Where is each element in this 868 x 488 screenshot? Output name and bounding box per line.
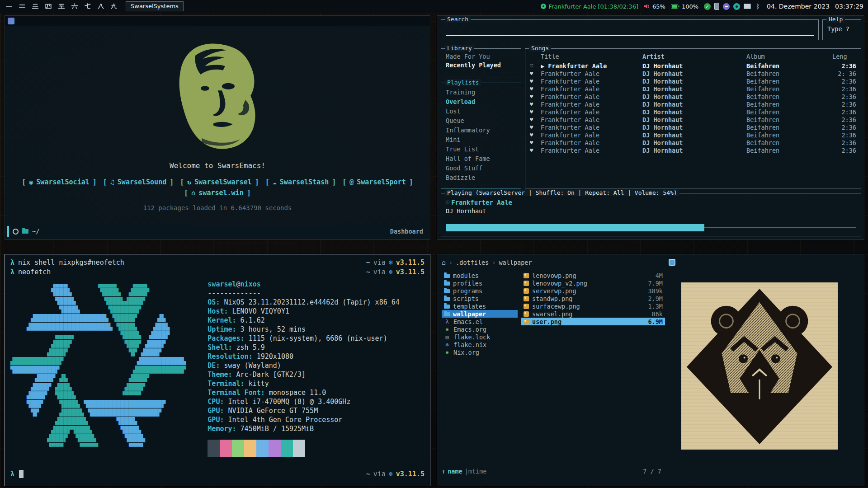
clock-date[interactable]: 04. Dezember 2023 — [767, 3, 830, 10]
playlist-item[interactable]: Queue — [446, 116, 516, 126]
tray-icon[interactable] — [733, 3, 740, 10]
song-row[interactable]: ♥ Frankfurter Aale DJ Hornhaut Beifahren… — [525, 101, 861, 108]
directory-row[interactable]: flake.lock — [442, 333, 518, 341]
workspace-4-icon[interactable] — [44, 2, 53, 11]
music-player-window[interactable]: Search Help Type ? Library Made For YouR… — [437, 15, 864, 240]
workspace-6-icon[interactable] — [70, 2, 79, 11]
search-input[interactable] — [446, 35, 814, 36]
directory-row[interactable]: profiles — [442, 279, 518, 287]
dashboard-link-button[interactable]: ◉SwarselSocial — [22, 178, 97, 186]
directory-row[interactable]: Emacs.org — [442, 325, 518, 333]
workspace-9-icon[interactable] — [109, 2, 118, 11]
directory-row[interactable]: flake.nix — [442, 341, 518, 348]
library-item[interactable]: Made For You — [446, 52, 516, 61]
playlist-item[interactable]: Lost — [446, 107, 516, 116]
file-row[interactable]: serverwp.png 389k — [521, 287, 665, 295]
song-album: Beifahren — [746, 101, 832, 108]
songs-box: Songs Title Artist Album Leng ♡ ▶ Frankf… — [525, 48, 861, 188]
column-length[interactable]: Leng — [832, 53, 856, 61]
file-manager-window[interactable]: ⌂ ›.dotfiles›wallpaper modules profiles — [437, 254, 864, 486]
directory-row[interactable]: wallpaper — [442, 310, 518, 318]
favorite-heart-icon[interactable]: ♡ — [446, 199, 449, 206]
sort-direction-icon[interactable]: ↑ — [442, 468, 445, 475]
directory-row[interactable]: scripts — [442, 295, 518, 302]
song-row[interactable]: ♥ Frankfurter Aale DJ Hornhaut Beifahren… — [525, 85, 861, 93]
search-box[interactable]: Search — [441, 19, 819, 40]
dashboard-link-button[interactable]: ♫SwarselSound — [103, 178, 174, 186]
file-type-icon — [444, 326, 450, 333]
file-row[interactable]: swarsel.png 86k — [521, 310, 665, 318]
now-playing-module[interactable]: Frankfurter Aale [01:38/02:36] — [541, 3, 638, 10]
dashboard-link-button[interactable]: @SwarselSport — [342, 178, 413, 186]
directory-row[interactable]: modules — [442, 272, 518, 279]
workspace-7-icon[interactable] — [83, 2, 92, 11]
song-row[interactable]: ♥ Frankfurter Aale DJ Hornhaut Beifahren… — [525, 78, 861, 85]
file-row[interactable]: lenovowp.png 4M — [521, 272, 665, 279]
field-value: zsh 5.9 — [236, 343, 265, 352]
song-row[interactable]: ♥ Frankfurter Aale DJ Hornhaut Beifahren… — [525, 70, 861, 78]
palette-swatch — [293, 440, 305, 457]
neofetch-field: GPU: NVIDIA GeForce GT 755M — [208, 406, 399, 415]
song-artist: DJ Hornhaut — [642, 131, 746, 139]
swarsel-win-link[interactable]: ⌂swarsel.win — [184, 189, 250, 197]
neofetch-field: Shell: zsh 5.9 — [208, 343, 399, 352]
sort-secondary[interactable]: |mtime — [465, 468, 487, 475]
tray-icon[interactable] — [704, 3, 711, 10]
home-icon[interactable]: ⌂ — [442, 258, 446, 267]
playlist-item[interactable]: Training — [446, 88, 516, 97]
field-value: Intel 4th Gen Core Processor — [228, 416, 343, 424]
playlist-item[interactable]: Inflammatory — [446, 126, 516, 135]
breadcrumb-segment[interactable]: ›.dotfiles — [449, 259, 489, 266]
directory-row[interactable]: programs — [442, 287, 518, 295]
library-item[interactable]: Recently Played — [446, 61, 516, 70]
song-row[interactable]: ♥ Frankfurter Aale DJ Hornhaut Beifahren… — [525, 147, 861, 155]
sort-primary[interactable]: name — [448, 468, 462, 475]
file-row[interactable]: lenovowp_v2.png 7.9M — [521, 279, 665, 287]
playlist-item[interactable]: Hall of Fame — [446, 154, 516, 164]
song-row[interactable]: ♥ Frankfurter Aale DJ Hornhaut Beifahren… — [525, 108, 861, 116]
song-row[interactable]: ♥ Frankfurter Aale DJ Hornhaut Beifahren… — [525, 131, 861, 139]
playlist-item[interactable]: Mini — [446, 135, 516, 145]
workspace-2-icon[interactable] — [18, 2, 27, 11]
workspace-1-icon[interactable] — [5, 2, 14, 11]
column-artist[interactable]: Artist — [642, 53, 746, 61]
file-row[interactable]: user.png 6.9M — [521, 318, 665, 325]
playlist-item[interactable]: Overload — [446, 97, 516, 107]
clock-time[interactable]: 03:37:29 — [835, 3, 863, 10]
tray-icon[interactable] — [723, 3, 730, 10]
playlist-item[interactable]: Badizzle — [446, 173, 516, 183]
emacs-dashboard-window[interactable]: Welcome to SwarsEmacs! ◉SwarselSocial ♫S… — [5, 15, 430, 240]
entry-name: standwp.png — [532, 295, 572, 302]
volume-module[interactable]: 65% — [644, 3, 665, 10]
shell-prompt[interactable]: λ ~via❄v3.11.5 — [10, 469, 425, 479]
file-size: 6.9M — [648, 318, 663, 325]
prompt-symbol: λ — [10, 258, 14, 267]
dashboard-link-button[interactable]: ↻SwarselSwarsel — [180, 178, 259, 186]
dashboard-link-button[interactable]: ☁SwarselStash — [265, 178, 336, 186]
file-row[interactable]: surfacewp.png 1.3M — [521, 302, 665, 310]
tray-icon[interactable] — [744, 4, 751, 9]
directory-row[interactable]: templates — [442, 302, 518, 310]
workspace-3-icon[interactable] — [31, 2, 40, 11]
playlist-item[interactable]: True List — [446, 145, 516, 154]
song-row[interactable]: ♡ ▶ Frankfurter Aale DJ Hornhaut Beifahr… — [525, 62, 861, 70]
song-row[interactable]: ♥ Frankfurter Aale DJ Hornhaut Beifahren… — [525, 116, 861, 124]
directory-row[interactable]: Nix.org — [442, 348, 518, 356]
file-row[interactable]: standwp.png 2.9M — [521, 295, 665, 302]
workspace-5-icon[interactable] — [57, 2, 66, 11]
song-row[interactable]: ♥ Frankfurter Aale DJ Hornhaut Beifahren… — [525, 139, 861, 147]
song-row[interactable]: ♥ Frankfurter Aale DJ Hornhaut Beifahren… — [525, 93, 861, 101]
tray-icon[interactable] — [714, 3, 719, 10]
terminal-window[interactable]: λ nix shell nixpkgs#neofetch ~via❄v3.11.… — [5, 254, 430, 486]
directory-row[interactable]: Emacs.el — [442, 318, 518, 325]
song-row[interactable]: ♥ Frankfurter Aale DJ Hornhaut Beifahren… — [525, 124, 861, 131]
tray-icon[interactable] — [755, 3, 761, 10]
column-title[interactable]: Title — [541, 53, 642, 61]
emacs-tab-icon[interactable] — [8, 18, 14, 24]
playlist-item[interactable]: Good Stuff — [446, 164, 516, 173]
breadcrumb-segment[interactable]: ›wallpaper — [492, 259, 532, 266]
battery-module[interactable]: 100% — [671, 3, 698, 10]
column-album[interactable]: Album — [746, 53, 832, 61]
workspace-8-icon[interactable] — [96, 2, 105, 11]
progress-bar[interactable] — [446, 224, 856, 231]
